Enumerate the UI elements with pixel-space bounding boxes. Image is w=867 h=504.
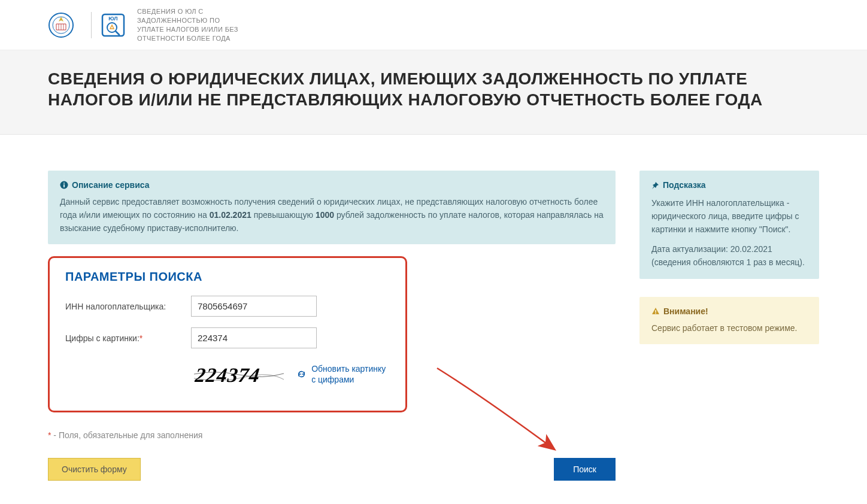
header-divider <box>91 12 92 38</box>
service-description-text: Данный сервис предоставляет возможность … <box>60 196 604 235</box>
search-parameters-panel: ПАРАМЕТРЫ ПОИСКА ИНН налогоплательщика: … <box>48 256 407 412</box>
service-description-panel: Описание сервиса Данный сервис предостав… <box>48 171 616 244</box>
inn-label: ИНН налогоплательщика: <box>65 302 191 311</box>
hint-panel: Подсказка Укажите ИНН налогоплательщика … <box>639 171 819 278</box>
refresh-captcha-link[interactable]: Обновить картинку с цифрами <box>298 363 390 386</box>
clear-form-button[interactable]: Очистить форму <box>48 458 141 481</box>
captcha-image: 224374 <box>191 359 287 389</box>
inn-input[interactable] <box>191 296 317 317</box>
svg-rect-7 <box>63 184 65 187</box>
svg-point-8 <box>63 183 65 184</box>
page-title: СВЕДЕНИЯ О ЮРИДИЧЕСКИХ ЛИЦАХ, ИМЕЮЩИХ ЗА… <box>48 68 819 110</box>
captcha-label: Цифры с картинки:* <box>65 333 191 343</box>
svg-point-11 <box>655 312 656 314</box>
warning-title: Внимание! <box>651 306 807 316</box>
hint-text-2: Дата актуализации: 20.02.2021 (сведения … <box>651 243 807 269</box>
svg-text:ЮЛ: ЮЛ <box>108 16 117 22</box>
warning-panel: Внимание! Сервис работает в тестовом реж… <box>639 297 819 344</box>
search-button[interactable]: Поиск <box>554 458 616 481</box>
required-fields-note: * - Поля, обязательные для заполнения <box>48 430 616 440</box>
refresh-icon <box>298 368 305 380</box>
captcha-input[interactable] <box>191 327 317 348</box>
warning-text: Сервис работает в тестовом режиме. <box>651 322 807 335</box>
pin-icon <box>651 181 659 189</box>
service-badge-icon: ЮЛ <box>100 12 126 38</box>
warning-icon <box>651 307 660 315</box>
title-section: СВЕДЕНИЯ О ЮРИДИЧЕСКИХ ЛИЦАХ, ИМЕЮЩИХ ЗА… <box>0 50 867 135</box>
hint-text-1: Укажите ИНН налогоплательщика - юридичес… <box>651 197 807 236</box>
info-icon <box>60 181 68 189</box>
search-parameters-title: ПАРАМЕТРЫ ПОИСКА <box>65 270 390 284</box>
header-subtitle: СВЕДЕНИЯ О ЮЛ С ЗАДОЛЖЕННОСТЬЮ ПО УПЛАТЕ… <box>137 7 245 42</box>
svg-rect-10 <box>655 310 656 312</box>
service-description-title: Описание сервиса <box>60 180 604 190</box>
svg-line-5 <box>116 31 119 35</box>
hint-title: Подсказка <box>651 180 807 190</box>
header: ЮЛ СВЕДЕНИЯ О ЮЛ С ЗАДОЛЖЕННОСТЬЮ ПО УПЛ… <box>0 0 867 50</box>
svg-text:224374: 224374 <box>193 365 261 387</box>
fns-emblem-icon <box>48 12 74 38</box>
